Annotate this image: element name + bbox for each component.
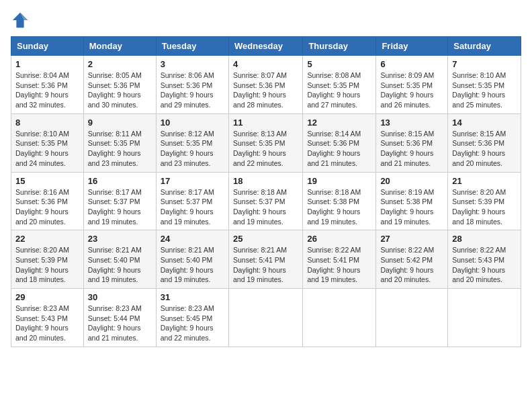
day-detail: Sunrise: 8:21 AM Sunset: 5:40 PM Dayligh…: [161, 245, 224, 285]
day-number: 5: [307, 59, 371, 69]
day-cell-28: 28Sunrise: 8:22 AM Sunset: 5:43 PM Dayli…: [448, 230, 521, 289]
weekday-header-thursday: Thursday: [303, 37, 376, 56]
header: [11, 11, 521, 30]
day-number: 19: [307, 176, 371, 186]
day-number: 18: [233, 176, 298, 186]
day-detail: Sunrise: 8:19 AM Sunset: 5:38 PM Dayligh…: [380, 187, 443, 227]
calendar-week-1: 1Sunrise: 8:04 AM Sunset: 5:36 PM Daylig…: [11, 56, 521, 114]
calendar-week-5: 29Sunrise: 8:23 AM Sunset: 5:43 PM Dayli…: [11, 289, 521, 347]
day-detail: Sunrise: 8:18 AM Sunset: 5:37 PM Dayligh…: [233, 187, 298, 227]
day-number: 22: [15, 234, 79, 244]
weekday-header-row: SundayMondayTuesdayWednesdayThursdayFrid…: [11, 37, 521, 56]
day-number: 8: [15, 118, 79, 128]
day-number: 4: [233, 59, 298, 69]
day-number: 13: [380, 118, 443, 128]
day-detail: Sunrise: 8:06 AM Sunset: 5:36 PM Dayligh…: [161, 71, 224, 110]
day-number: 28: [452, 234, 517, 244]
day-detail: Sunrise: 8:17 AM Sunset: 5:37 PM Dayligh…: [88, 187, 152, 227]
day-number: 1: [15, 59, 79, 69]
weekday-header-friday: Friday: [376, 37, 448, 56]
day-cell-25: 25Sunrise: 8:21 AM Sunset: 5:41 PM Dayli…: [228, 230, 302, 289]
logo: [11, 11, 32, 30]
day-detail: Sunrise: 8:22 AM Sunset: 5:43 PM Dayligh…: [452, 245, 517, 285]
day-number: 7: [452, 59, 517, 69]
day-cell-29: 29Sunrise: 8:23 AM Sunset: 5:43 PM Dayli…: [11, 289, 84, 347]
empty-cell: [228, 289, 302, 347]
weekday-header-monday: Monday: [83, 37, 156, 56]
weekday-header-wednesday: Wednesday: [228, 37, 302, 56]
day-detail: Sunrise: 8:18 AM Sunset: 5:38 PM Dayligh…: [307, 187, 371, 227]
day-cell-1: 1Sunrise: 8:04 AM Sunset: 5:36 PM Daylig…: [11, 56, 84, 114]
day-detail: Sunrise: 8:15 AM Sunset: 5:36 PM Dayligh…: [380, 129, 443, 169]
day-detail: Sunrise: 8:10 AM Sunset: 5:35 PM Dayligh…: [15, 129, 79, 169]
day-detail: Sunrise: 8:22 AM Sunset: 5:41 PM Dayligh…: [307, 245, 371, 285]
day-cell-3: 3Sunrise: 8:06 AM Sunset: 5:36 PM Daylig…: [156, 56, 228, 114]
day-cell-21: 21Sunrise: 8:20 AM Sunset: 5:39 PM Dayli…: [448, 172, 521, 230]
day-cell-9: 9Sunrise: 8:11 AM Sunset: 5:35 PM Daylig…: [83, 113, 156, 172]
day-number: 11: [233, 118, 298, 128]
day-number: 14: [452, 118, 517, 128]
day-detail: Sunrise: 8:17 AM Sunset: 5:37 PM Dayligh…: [161, 187, 224, 227]
day-detail: Sunrise: 8:23 AM Sunset: 5:45 PM Dayligh…: [161, 304, 224, 343]
day-number: 3: [161, 59, 224, 69]
day-detail: Sunrise: 8:20 AM Sunset: 5:39 PM Dayligh…: [15, 245, 79, 285]
day-cell-23: 23Sunrise: 8:21 AM Sunset: 5:40 PM Dayli…: [83, 230, 156, 289]
day-number: 30: [88, 292, 152, 302]
day-cell-10: 10Sunrise: 8:12 AM Sunset: 5:35 PM Dayli…: [156, 113, 228, 172]
day-cell-19: 19Sunrise: 8:18 AM Sunset: 5:38 PM Dayli…: [303, 172, 376, 230]
day-detail: Sunrise: 8:09 AM Sunset: 5:35 PM Dayligh…: [380, 71, 443, 110]
day-number: 20: [380, 176, 443, 186]
day-detail: Sunrise: 8:23 AM Sunset: 5:44 PM Dayligh…: [88, 304, 152, 343]
day-number: 24: [161, 234, 224, 244]
day-number: 25: [233, 234, 298, 244]
empty-cell: [376, 289, 448, 347]
day-number: 12: [307, 118, 371, 128]
day-cell-2: 2Sunrise: 8:05 AM Sunset: 5:36 PM Daylig…: [83, 56, 156, 114]
day-detail: Sunrise: 8:11 AM Sunset: 5:35 PM Dayligh…: [88, 129, 152, 169]
day-cell-13: 13Sunrise: 8:15 AM Sunset: 5:36 PM Dayli…: [376, 113, 448, 172]
day-detail: Sunrise: 8:20 AM Sunset: 5:39 PM Dayligh…: [452, 187, 517, 227]
day-cell-11: 11Sunrise: 8:13 AM Sunset: 5:35 PM Dayli…: [228, 113, 302, 172]
weekday-header-tuesday: Tuesday: [156, 37, 228, 56]
logo-icon: [11, 11, 30, 30]
day-cell-8: 8Sunrise: 8:10 AM Sunset: 5:35 PM Daylig…: [11, 113, 84, 172]
day-detail: Sunrise: 8:13 AM Sunset: 5:35 PM Dayligh…: [233, 129, 298, 169]
page: SundayMondayTuesdayWednesdayThursdayFrid…: [0, 0, 532, 358]
day-number: 27: [380, 234, 443, 244]
day-detail: Sunrise: 8:22 AM Sunset: 5:42 PM Dayligh…: [380, 245, 443, 285]
day-detail: Sunrise: 8:21 AM Sunset: 5:41 PM Dayligh…: [233, 245, 298, 285]
day-detail: Sunrise: 8:07 AM Sunset: 5:36 PM Dayligh…: [233, 71, 298, 110]
day-detail: Sunrise: 8:08 AM Sunset: 5:35 PM Dayligh…: [307, 71, 371, 110]
day-cell-26: 26Sunrise: 8:22 AM Sunset: 5:41 PM Dayli…: [303, 230, 376, 289]
day-detail: Sunrise: 8:16 AM Sunset: 5:36 PM Dayligh…: [15, 187, 79, 227]
empty-cell: [303, 289, 376, 347]
day-cell-17: 17Sunrise: 8:17 AM Sunset: 5:37 PM Dayli…: [156, 172, 228, 230]
day-cell-5: 5Sunrise: 8:08 AM Sunset: 5:35 PM Daylig…: [303, 56, 376, 114]
day-detail: Sunrise: 8:15 AM Sunset: 5:36 PM Dayligh…: [452, 129, 517, 169]
day-detail: Sunrise: 8:10 AM Sunset: 5:35 PM Dayligh…: [452, 71, 517, 110]
calendar-table: SundayMondayTuesdayWednesdayThursdayFrid…: [11, 36, 521, 347]
day-cell-14: 14Sunrise: 8:15 AM Sunset: 5:36 PM Dayli…: [448, 113, 521, 172]
day-number: 10: [161, 118, 224, 128]
day-number: 16: [88, 176, 152, 186]
day-cell-16: 16Sunrise: 8:17 AM Sunset: 5:37 PM Dayli…: [83, 172, 156, 230]
day-cell-12: 12Sunrise: 8:14 AM Sunset: 5:36 PM Dayli…: [303, 113, 376, 172]
day-cell-15: 15Sunrise: 8:16 AM Sunset: 5:36 PM Dayli…: [11, 172, 84, 230]
day-cell-6: 6Sunrise: 8:09 AM Sunset: 5:35 PM Daylig…: [376, 56, 448, 114]
weekday-header-sunday: Sunday: [11, 37, 84, 56]
day-cell-20: 20Sunrise: 8:19 AM Sunset: 5:38 PM Dayli…: [376, 172, 448, 230]
day-number: 21: [452, 176, 517, 186]
day-cell-27: 27Sunrise: 8:22 AM Sunset: 5:42 PM Dayli…: [376, 230, 448, 289]
day-detail: Sunrise: 8:21 AM Sunset: 5:40 PM Dayligh…: [88, 245, 152, 285]
day-number: 26: [307, 234, 371, 244]
day-number: 29: [15, 292, 79, 302]
day-detail: Sunrise: 8:04 AM Sunset: 5:36 PM Dayligh…: [15, 71, 79, 110]
calendar-week-4: 22Sunrise: 8:20 AM Sunset: 5:39 PM Dayli…: [11, 230, 521, 289]
day-cell-31: 31Sunrise: 8:23 AM Sunset: 5:45 PM Dayli…: [156, 289, 228, 347]
day-number: 31: [161, 292, 224, 302]
day-number: 17: [161, 176, 224, 186]
weekday-header-saturday: Saturday: [448, 37, 521, 56]
day-detail: Sunrise: 8:14 AM Sunset: 5:36 PM Dayligh…: [307, 129, 371, 169]
day-number: 6: [380, 59, 443, 69]
calendar-week-3: 15Sunrise: 8:16 AM Sunset: 5:36 PM Dayli…: [11, 172, 521, 230]
